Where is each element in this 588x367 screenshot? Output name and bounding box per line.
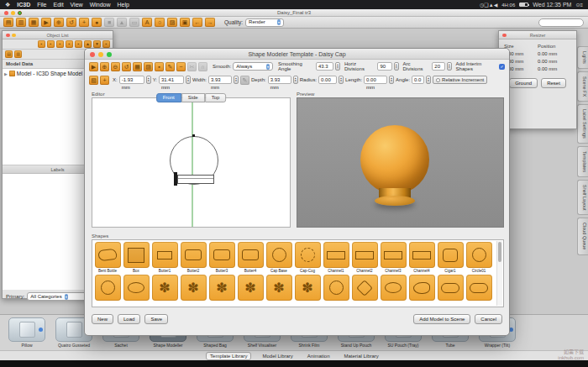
stepper[interactable] (234, 76, 239, 84)
editor-view-tab[interactable]: Side (181, 93, 205, 102)
menu-file[interactable]: File (37, 2, 46, 8)
zoom-icon[interactable]: ⊕ (54, 18, 64, 27)
light-tool-icon[interactable]: ○ (155, 18, 165, 27)
shape-item[interactable]: Butter2 (180, 242, 207, 273)
profile-edge-handle[interactable] (174, 172, 177, 186)
zoom-button[interactable] (107, 52, 112, 57)
menu-clock[interactable]: Wed 12:35 PM (533, 2, 571, 8)
shape-item[interactable]: Channel3 (380, 242, 407, 273)
ground-button[interactable]: Ground (509, 78, 538, 88)
apple-menu-icon[interactable]: ❖ (5, 2, 10, 8)
shape-item[interactable] (408, 275, 435, 301)
shape-item[interactable] (94, 275, 121, 301)
side-tab[interactable]: Scene FX (577, 71, 588, 102)
paste-icon[interactable]: ▪ (56, 40, 64, 48)
select-icon[interactable]: ▶ (41, 18, 51, 27)
image-icon[interactable]: ▨ (167, 18, 177, 27)
shape-item[interactable] (180, 275, 207, 301)
shape-item[interactable]: Circle01 (465, 242, 492, 273)
shape-fill-icon[interactable]: ▧ (89, 76, 98, 85)
disclosure-triangle-icon[interactable]: ▶ (4, 71, 8, 76)
horiz-divisions-field[interactable]: 90 (377, 62, 391, 71)
shape-item[interactable]: Channel2 (351, 242, 378, 273)
shape-item[interactable] (437, 275, 464, 301)
info-icon[interactable] (39, 328, 43, 332)
render-icon[interactable]: ▣ (180, 18, 190, 27)
stepper[interactable] (447, 62, 452, 71)
shape-item[interactable]: Box (123, 242, 150, 273)
stepper[interactable] (394, 62, 399, 71)
menu-edit[interactable]: Edit (54, 2, 64, 8)
angle-field[interactable]: 0.0 (412, 76, 424, 84)
shape-item[interactable]: Butter3 (208, 242, 235, 273)
profile-handle[interactable] (192, 134, 195, 137)
draw-icon[interactable]: ✎ (240, 76, 249, 85)
shape-item[interactable]: Cap-Cog (294, 242, 321, 273)
close-button[interactable] (90, 52, 95, 57)
fit-view-icon[interactable]: ▦ (133, 62, 142, 71)
palette-titlebar[interactable]: Object List (3, 31, 113, 39)
new-button[interactable]: New (92, 314, 113, 324)
zoom-out-icon[interactable]: ⊖ (111, 62, 120, 71)
cylinder-tool-icon[interactable]: ▭ (129, 18, 139, 27)
pen-icon[interactable]: ✎ (165, 62, 175, 71)
down-icon[interactable]: ▼ (93, 40, 101, 48)
shape-item[interactable] (380, 275, 407, 301)
menu-app[interactable]: IC3D (17, 2, 30, 8)
side-tab[interactable]: Shelf Layout (577, 180, 588, 216)
menu-view[interactable]: View (71, 2, 83, 8)
pan-icon[interactable]: + (79, 18, 89, 27)
relative-increment-toggle[interactable]: Relative Increment (433, 76, 487, 84)
shape-item[interactable]: Channel1 (323, 242, 349, 273)
width-field[interactable]: 3.93 mm (208, 76, 232, 84)
menu-help[interactable]: Help (118, 2, 129, 8)
minimize-button[interactable] (98, 52, 103, 57)
save-button[interactable]: Save (144, 314, 168, 324)
load-button[interactable]: Load (118, 314, 140, 324)
new-icon[interactable]: ▤ (3, 18, 13, 27)
shape-item[interactable] (323, 275, 349, 301)
shape-item[interactable]: Channel4 (408, 242, 435, 273)
shape-item[interactable]: Cap Base (265, 242, 292, 273)
shape-item[interactable]: Cigar1 (437, 242, 464, 273)
library-tab[interactable]: Animation (304, 353, 333, 359)
close-button[interactable] (502, 34, 507, 38)
shape-item[interactable] (208, 275, 235, 301)
orbit-icon[interactable]: ↺ (122, 62, 131, 71)
orbit-icon[interactable]: ↺ (66, 18, 76, 27)
quality-popup[interactable]: Render▾ (245, 18, 284, 27)
group-icon[interactable]: ▪ (66, 40, 73, 48)
editor-view-tab[interactable]: Top (205, 93, 227, 102)
library-tab[interactable]: Model Library (259, 353, 296, 359)
arc-divisions-field[interactable]: 20 (432, 62, 444, 71)
ungroup-icon[interactable]: ▪ (75, 40, 82, 48)
stepper[interactable] (293, 76, 298, 84)
editor-canvas[interactable]: FrontSideTop (92, 97, 291, 228)
shape-item[interactable] (265, 275, 292, 301)
shape-item[interactable] (151, 275, 178, 301)
library-tab[interactable]: Material Library (341, 353, 382, 359)
open-folder-icon[interactable]: ▥ (14, 50, 22, 58)
shape-item[interactable] (351, 275, 378, 301)
shape-item[interactable] (123, 275, 150, 301)
profile-flange[interactable] (177, 175, 214, 184)
y-field[interactable]: 31.41 mm (159, 76, 184, 84)
cube-tool-icon[interactable]: ■ (104, 18, 114, 27)
search-field[interactable] (538, 18, 584, 27)
knife-icon[interactable]: ✂ (187, 62, 197, 71)
stepper[interactable] (146, 76, 151, 84)
up-icon[interactable]: ▲ (84, 40, 92, 48)
text-tool-icon[interactable]: A (142, 18, 152, 27)
minimize-button[interactable] (12, 34, 16, 38)
back-icon[interactable]: ← (192, 18, 202, 27)
delete-icon[interactable]: ▪ (102, 40, 110, 48)
side-tab[interactable]: Templates (577, 146, 588, 177)
shape-item[interactable] (465, 275, 492, 301)
volume-icon[interactable]: ◀ (494, 3, 498, 8)
smoothing-angle-field[interactable]: 43.3 (316, 62, 333, 71)
shape-item[interactable]: Butter1 (151, 242, 178, 273)
close-button[interactable] (6, 34, 10, 38)
side-tab[interactable]: Cloud Queue (577, 218, 588, 254)
menu-window[interactable]: Window (90, 2, 111, 8)
stepper[interactable] (389, 76, 394, 84)
